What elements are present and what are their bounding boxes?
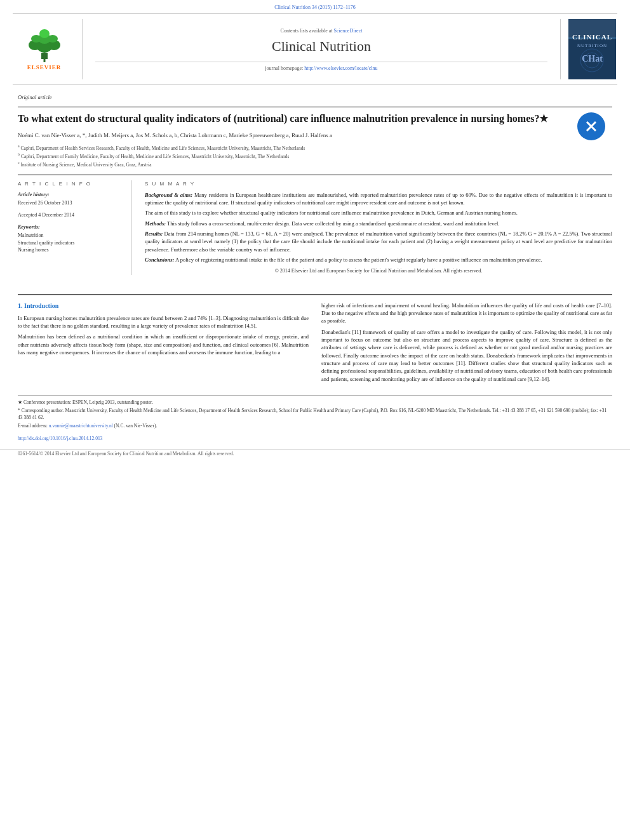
crossmark-circle [577, 112, 605, 140]
footnote-email: E-mail address: n.vannie@maastrichtunive… [18, 423, 612, 430]
footnote-1-text: ★ Conference presentation: ESPEN, Leipzi… [18, 399, 153, 405]
keywords-label: Keywords: [18, 223, 124, 230]
summary-aim: The aim of this study is to explore whet… [145, 209, 612, 217]
homepage-link[interactable]: journal homepage: http://www.elsevier.co… [265, 65, 377, 72]
body-right-column: higher risk of infections and impairment… [321, 302, 612, 386]
received-date: Received 26 October 2013 [18, 199, 124, 206]
elsevier-tree-icon [22, 27, 67, 62]
header-divider [95, 62, 547, 62]
body-right-text: higher risk of infections and impairment… [321, 302, 612, 383]
summary-column: S U M M A R Y Background & aims: Many re… [145, 180, 612, 275]
svg-point-6 [48, 35, 58, 43]
body-para4: Donabedian's [11] framework of quality o… [321, 328, 612, 383]
publisher-logo: ELSEVIER [13, 19, 83, 79]
title-separator-top [18, 107, 612, 107]
article-content: Original article To what extent do struc… [0, 85, 630, 288]
summary-heading: S U M M A R Y [145, 180, 612, 187]
article-title-container: To what extent do structural quality ind… [18, 112, 612, 126]
article-title-text: To what extent do structural quality ind… [18, 113, 548, 124]
footnote-separator [18, 395, 612, 396]
info-summary-section: A R T I C L E I N F O Article history: R… [18, 180, 612, 275]
cover-chat-text: CHat [572, 53, 612, 65]
affiliations: a Caphri, Department of Health Services … [18, 143, 612, 168]
cover-image: CLINICAL NUTRITION CHat [568, 19, 616, 79]
citation-text: Clinical Nutrition 34 (2015) 1172–1176 [274, 4, 355, 10]
homepage-anchor[interactable]: http://www.elsevier.com/locate/clnu [304, 65, 377, 71]
cover-clinical-text: CLINICAL [572, 33, 612, 41]
svg-point-5 [31, 35, 41, 43]
affiliation-c-text: Institute of Nursing Science, Medical Un… [21, 161, 152, 167]
svg-point-7 [39, 29, 50, 38]
affiliation-a: a Caphri, Department of Health Services … [18, 143, 612, 152]
elsevier-wordmark: ELSEVIER [27, 63, 62, 72]
doi-link[interactable]: http://dx.doi.org/10.1016/j.clnu.2014.12… [18, 436, 102, 441]
contents-prefix: Contents lists available at [281, 28, 333, 34]
body-para1: In European nursing homes malnutrition p… [18, 314, 309, 330]
article-info-heading: A R T I C L E I N F O [18, 180, 124, 187]
crossmark-icon [582, 117, 601, 136]
summary-results: Results: Data from 214 nursing homes (NL… [145, 230, 612, 253]
keywords-section: Keywords: Malnutrition Structural qualit… [18, 223, 124, 253]
summary-methods: Methods: This study follows a cross-sect… [145, 220, 612, 227]
affiliation-b-text: Caphri, Department of Family Medicine, F… [21, 154, 290, 159]
article-type-label: Original article [18, 94, 612, 102]
body-content: 1. Introduction In European nursing home… [0, 302, 630, 386]
summary-text: Background & aims: Many residents in Eur… [145, 191, 612, 275]
sciencedirect-link[interactable]: Contents lists available at ScienceDirec… [281, 27, 363, 34]
author-email[interactable]: n.vannie@maastrichtuniversity.nl [49, 423, 113, 429]
body-para3: higher risk of infections and impairment… [321, 302, 612, 325]
bottom-copyright: 0261-5614/© 2014 Elsevier Ltd and Europe… [18, 451, 234, 457]
authors: Noémi C. van Nie-Visser a, *, Judith M. … [18, 131, 612, 140]
keyword-malnutrition: Malnutrition [18, 232, 124, 239]
journal-cover: CLINICAL NUTRITION CHat [560, 19, 617, 79]
journal-header: ELSEVIER Contents lists available at Sci… [13, 13, 617, 85]
section1-title: 1. Introduction [18, 302, 309, 310]
accepted-date: Accepted 4 December 2014 [18, 211, 124, 218]
keyword-nursing: Nursing homes [18, 246, 124, 253]
homepage-prefix: journal homepage: [265, 65, 303, 71]
body-left-column: 1. Introduction In European nursing home… [18, 302, 309, 386]
affiliation-b: b Caphri, Department of Family Medicine,… [18, 152, 612, 160]
summary-conclusions: Conclusions: A policy of registering nut… [145, 256, 612, 263]
article-info-column: A R T I C L E I N F O Article history: R… [18, 180, 132, 275]
journal-citation: Clinical Nutrition 34 (2015) 1172–1176 [0, 0, 630, 13]
footnotes: ★ Conference presentation: ESPEN, Leipzi… [0, 399, 630, 430]
article-history-label: Article history: [18, 191, 124, 198]
keyword-structural: Structural quality indicators [18, 239, 124, 246]
body-separator [18, 294, 612, 295]
footnote-2-text: * Corresponding author. Maastricht Unive… [18, 408, 607, 420]
sciencedirect-anchor[interactable]: ScienceDirect [334, 28, 363, 34]
footnote-2: * Corresponding author. Maastricht Unive… [18, 408, 612, 421]
elsevier-logo: ELSEVIER [22, 27, 67, 72]
header-body-separator [18, 175, 612, 175]
body-left-text: In European nursing homes malnutrition p… [18, 314, 309, 357]
journal-title-area: Contents lists available at ScienceDirec… [83, 19, 560, 79]
summary-background: Background & aims: Many residents in Eur… [145, 191, 612, 207]
body-para2: Malnutrition has been defined as a nutri… [18, 333, 309, 356]
cover-nutrition-text: NUTRITION [572, 43, 612, 50]
email-label: E-mail address: [18, 423, 49, 429]
journal-name: Clinical Nutrition [272, 37, 371, 57]
crossmark-badge[interactable] [577, 112, 612, 147]
copyright-text: © 2014 Elsevier Ltd and European Society… [145, 267, 612, 275]
footnote-1: ★ Conference presentation: ESPEN, Leipzi… [18, 399, 612, 406]
doi-section: http://dx.doi.org/10.1016/j.clnu.2014.12… [0, 432, 630, 444]
affiliation-a-text: Caphri, Department of Health Services Re… [21, 145, 305, 151]
page: Clinical Nutrition 34 (2015) 1172–1176 E… [0, 0, 630, 840]
bottom-bar: 0261-5614/© 2014 Elsevier Ltd and Europe… [0, 449, 630, 459]
affiliation-c: c Institute of Nursing Science, Medical … [18, 160, 612, 168]
